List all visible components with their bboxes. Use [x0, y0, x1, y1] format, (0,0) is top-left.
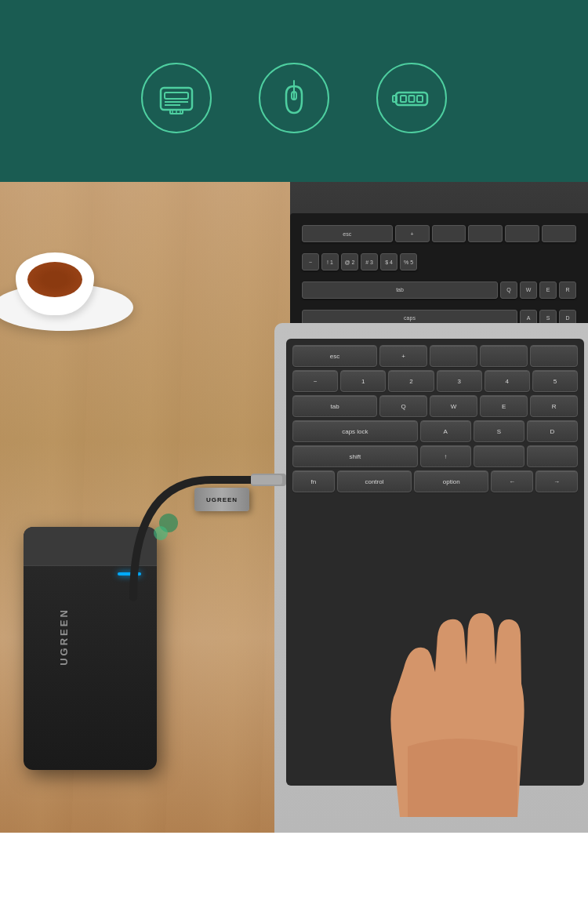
kb-row-qwer: tab Q W E R [292, 395, 578, 417]
kb-kq: Q [379, 395, 427, 417]
key-4: $ 4 [380, 253, 397, 271]
kb-row-asdf: caps lock A S D [292, 420, 578, 442]
usb-hub-icon-circle [376, 63, 447, 133]
kb-br3 [530, 345, 578, 367]
kb-n4: 4 [485, 370, 530, 392]
svg-rect-13 [417, 96, 423, 102]
kb-plus: + [379, 345, 427, 367]
tea-cup [0, 190, 141, 331]
hdd-svg-icon [157, 78, 196, 118]
ugreen-connector-badge: UGREEN [194, 488, 249, 511]
kb-n2: 2 [388, 370, 434, 392]
kb-kw: W [430, 395, 477, 417]
hdd-brand-text: UGREEN [58, 608, 70, 666]
svg-rect-12 [409, 96, 415, 102]
mouse-icon-item [259, 63, 329, 143]
kb-row-num: ~ 1 2 3 4 5 [292, 370, 578, 392]
laptop-lid: esc + ~ ! 1 @ 2 # 3 $ 4 % 5 tab Q W E R [290, 182, 588, 339]
kb-br2 [480, 345, 528, 367]
svg-rect-11 [401, 96, 406, 102]
kb-ke: E [480, 395, 528, 417]
usb-hub-icon-item [376, 63, 447, 143]
laptop-top-keyboard: esc + ~ ! 1 @ 2 # 3 $ 4 % 5 tab Q W E R [290, 213, 588, 339]
key-w: W [520, 281, 537, 299]
key-plus: + [395, 225, 430, 242]
kb-row-esc: esc + [292, 345, 578, 367]
kb-ks: S [474, 420, 524, 442]
key-blank2 [468, 225, 503, 242]
kb-opt: option [414, 470, 488, 492]
key-row-3: tab Q W E R [302, 278, 576, 303]
kb-br1 [430, 345, 477, 367]
kb-left: ← [491, 470, 533, 492]
kb-up: ↑ [420, 445, 471, 467]
key-tilde: ~ [302, 253, 319, 271]
usb-hub-svg-icon [392, 78, 431, 118]
cup-liquid [27, 262, 82, 297]
kb-n3: 3 [437, 370, 482, 392]
key-tab: tab [302, 281, 498, 299]
svg-rect-14 [393, 96, 397, 102]
kb-bl1 [474, 445, 524, 467]
key-blank3 [505, 225, 539, 242]
key-5: % 5 [400, 253, 417, 271]
kb-n1: 1 [340, 370, 386, 392]
usb-cable-svg [39, 417, 314, 613]
kb-ctrl: control [337, 470, 412, 492]
photo-section: esc + ~ ! 1 @ 2 # 3 $ 4 % 5 tab Q W E R [0, 182, 588, 833]
svg-rect-1 [165, 93, 188, 99]
kb-esc: esc [292, 345, 377, 367]
hdd-icon-circle [141, 63, 212, 133]
key-blank [432, 225, 466, 242]
kb-tilde: ~ [292, 370, 338, 392]
key-1: ! 1 [321, 253, 339, 271]
mouse-svg-icon [274, 78, 314, 118]
key-2: @ 2 [341, 253, 358, 271]
kb-kd: D [527, 420, 578, 442]
key-e: E [539, 281, 557, 299]
kb-row-shift: shift ↑ [292, 445, 578, 467]
key-blank4 [542, 225, 576, 242]
hand-svg [337, 543, 580, 817]
hdd-icon-item [141, 63, 212, 143]
kb-right: → [535, 470, 578, 492]
svg-point-18 [154, 526, 168, 540]
key-row-1: esc + [302, 221, 576, 247]
kb-row-fn: fn control option ← → [292, 470, 578, 492]
svg-rect-16 [251, 475, 282, 485]
kb-ka: A [420, 420, 471, 442]
key-q: Q [500, 281, 517, 299]
kb-kr: R [530, 395, 578, 417]
key-row-2: ~ ! 1 @ 2 # 3 $ 4 % 5 [302, 249, 576, 275]
key-esc: esc [302, 225, 393, 242]
key-3: # 3 [361, 253, 378, 271]
kb-n5: 5 [532, 370, 578, 392]
key-r: R [559, 281, 576, 299]
icons-row [16, 63, 572, 143]
top-section [0, 0, 588, 182]
kb-bl2 [527, 445, 578, 467]
kb-tab: tab [292, 395, 377, 417]
mouse-icon-circle [259, 63, 329, 133]
